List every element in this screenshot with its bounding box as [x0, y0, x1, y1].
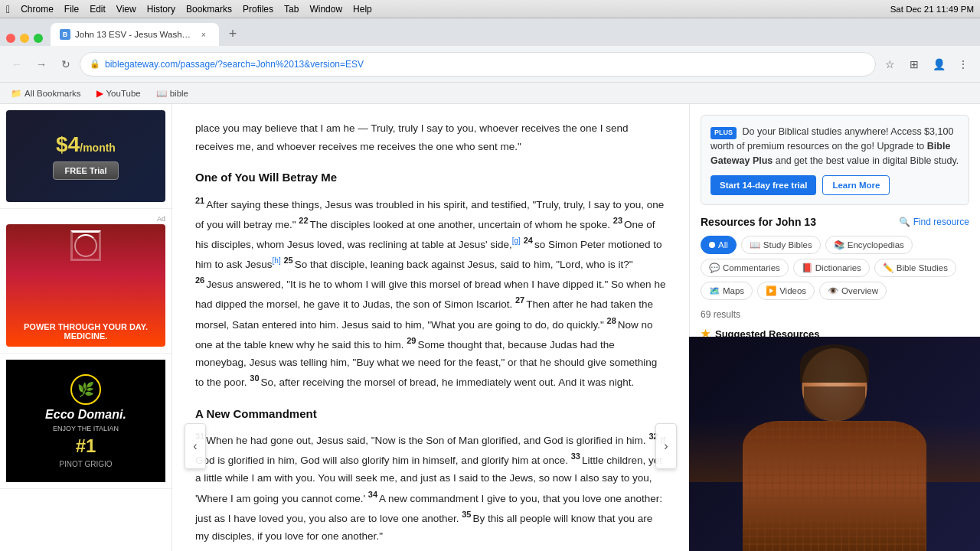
- bookmark-youtube[interactable]: ▶ YouTube: [92, 86, 145, 100]
- resources-title: Resources for John 13: [701, 216, 816, 228]
- bookmark-youtube-label: YouTube: [106, 89, 141, 98]
- menu-chrome[interactable]: Chrome: [21, 4, 54, 15]
- ecco-number: #1: [76, 435, 96, 457]
- tag-encyclopedias-icon: 📚: [834, 240, 844, 250]
- menu-bookmarks[interactable]: Bookmarks: [186, 4, 232, 15]
- chrome-bookmarkbar: 📁 All Bookmarks ▶ YouTube 📖 bible: [0, 83, 980, 104]
- ecco-logo-circle: 🌿: [70, 374, 101, 405]
- tag-maps-icon: 🗺️: [709, 285, 720, 296]
- menu-window[interactable]: Window: [309, 4, 342, 15]
- menu-help[interactable]: Help: [353, 4, 372, 15]
- tag-bible-studies[interactable]: ✏️ Bible Studies: [874, 259, 956, 277]
- bookmark-bible-label: bible: [170, 89, 188, 98]
- extension-button[interactable]: ⊞: [903, 54, 925, 75]
- tag-videos-icon: ▶️: [766, 285, 776, 296]
- tag-commentaries-icon: 💬: [709, 262, 720, 273]
- tag-maps-label: Maps: [723, 286, 744, 295]
- menu-history[interactable]: History: [147, 4, 175, 15]
- tag-bible-studies-label: Bible Studies: [897, 263, 948, 272]
- youtube-favicon: ▶: [96, 88, 103, 99]
- address-bar[interactable]: 🔒 biblegateway.com/passage/?search=John%…: [80, 52, 876, 77]
- tag-all-dot: [709, 242, 715, 248]
- bookmark-bible[interactable]: 📖 bible: [152, 86, 193, 100]
- menu-profiles[interactable]: Profiles: [243, 4, 273, 15]
- find-resource-button[interactable]: 🔍 Find resource: [899, 217, 969, 227]
- next-chapter-arrow[interactable]: ›: [655, 423, 677, 469]
- tag-commentaries-label: Commentaries: [723, 263, 780, 272]
- article-area: ‹ place you may believe that I am he — T…: [172, 104, 689, 551]
- plus-badge: PLUS: [710, 127, 737, 139]
- partial-verse-top: place you may believe that I am he — Tru…: [195, 119, 666, 155]
- bookmarks-folder-icon: 📁: [11, 88, 21, 99]
- address-text: biblegateway.com/passage/?search=John%20…: [105, 59, 866, 70]
- trial-button[interactable]: Start 14-day free trial: [710, 175, 816, 195]
- tag-overview[interactable]: 👁️ Overview: [819, 282, 887, 300]
- tag-study-bibles-label: Study Bibles: [763, 240, 812, 249]
- tag-commentaries[interactable]: 💬 Commentaries: [701, 259, 789, 277]
- search-icon: 🔍: [899, 217, 910, 227]
- tag-dictionaries-icon: 📕: [802, 262, 812, 273]
- ecco-wine: PINOT GRIGIO: [59, 460, 112, 468]
- ecco-brand: Ecco Domani.: [45, 408, 126, 422]
- menu-edit[interactable]: Edit: [90, 4, 106, 15]
- tag-encyclopedias[interactable]: 📚 Encyclopedias: [825, 236, 913, 254]
- tag-overview-icon: 👁️: [828, 285, 838, 296]
- chrome-tabbar: B John 13 ESV - Jesus Washes... × +: [0, 18, 980, 46]
- tag-all[interactable]: All: [701, 236, 737, 254]
- macos-menubar:  Chrome File Edit View History Bookmark…: [0, 0, 980, 18]
- tag-study-bibles-icon: 📖: [750, 240, 760, 250]
- tag-maps[interactable]: 🗺️ Maps: [701, 282, 753, 300]
- ecco-tagline: ENJOY THE ITALIAN: [53, 425, 119, 432]
- section-betray-heading: One of You Will Betray Me: [195, 168, 666, 187]
- tag-bible-studies-icon: ✏️: [883, 262, 893, 273]
- tag-overview-label: Overview: [841, 286, 878, 295]
- menu-time: Sat Dec 21 11:49 PM: [890, 5, 974, 14]
- left-sidebar: $4/month FREE Trial Ad POWER THROUGH YOU…: [0, 104, 172, 551]
- more-button[interactable]: ⋮: [952, 54, 974, 75]
- apple-menu[interactable]: : [6, 3, 10, 15]
- browser-tab-active[interactable]: B John 13 ESV - Jesus Washes... ×: [51, 23, 219, 46]
- ad-price: $4/month: [56, 132, 116, 157]
- bookmarks-all[interactable]: 📁 All Bookmarks: [6, 86, 86, 100]
- forward-button[interactable]: →: [31, 54, 52, 75]
- video-person: [689, 337, 980, 551]
- free-trial-button[interactable]: FREE Trial: [53, 161, 118, 180]
- tab-favicon: B: [60, 29, 70, 40]
- promo-text: Do your Biblical studies anywhere! Acces…: [710, 126, 959, 166]
- verses-betray: 21After saying these things, Jesus was t…: [195, 194, 666, 392]
- menu-file[interactable]: File: [64, 4, 79, 15]
- learn-more-button[interactable]: Learn More: [822, 175, 890, 195]
- find-resource-label: Find resource: [913, 217, 969, 227]
- tag-dictionaries[interactable]: 📕 Dictionaries: [793, 259, 870, 277]
- back-button[interactable]: ←: [6, 54, 28, 75]
- chrome-navbar: ← → ↻ 🔒 biblegateway.com/passage/?search…: [0, 46, 980, 83]
- results-count: 69 results: [701, 309, 969, 320]
- resources-header: Resources for John 13 🔍 Find resource: [701, 216, 969, 228]
- prev-chapter-arrow[interactable]: ‹: [185, 423, 206, 469]
- ad-label: Ad: [6, 215, 165, 223]
- ad-medicine-text: POWER THROUGH YOUR DAY. MEDICINE.: [12, 322, 159, 341]
- new-tab-button[interactable]: +: [222, 23, 243, 44]
- bookmark-star-button[interactable]: ☆: [879, 54, 900, 75]
- refresh-button[interactable]: ↻: [55, 54, 77, 75]
- promo-box: PLUS Do your Biblical studies anywhere! …: [701, 115, 969, 205]
- tab-close-button[interactable]: ×: [198, 28, 210, 41]
- ad-bgplus: $4/month FREE Trial: [0, 104, 172, 209]
- menu-tab[interactable]: Tab: [284, 4, 299, 15]
- traffic-light-fullscreen[interactable]: [34, 34, 43, 43]
- tag-encyclopedias-label: Encyclopedias: [848, 240, 904, 249]
- ad-ecco: 🌿 Ecco Domani. ENJOY THE ITALIAN #1 PINO…: [0, 354, 172, 489]
- profile-button[interactable]: 👤: [928, 54, 949, 75]
- section-commandment-heading: A New Commandment: [195, 404, 666, 424]
- menu-view[interactable]: View: [116, 4, 136, 15]
- traffic-light-minimize[interactable]: [20, 34, 29, 43]
- tag-videos[interactable]: ▶️ Videos: [757, 282, 815, 300]
- bookmarks-all-label: All Bookmarks: [24, 89, 81, 98]
- ad-medicine: Ad POWER THROUGH YOUR DAY. MEDICINE.: [0, 209, 172, 354]
- tag-dictionaries-label: Dictionaries: [815, 263, 861, 272]
- traffic-light-close[interactable]: [6, 34, 15, 43]
- bible-favicon: 📖: [156, 88, 167, 99]
- tag-all-label: All: [718, 240, 728, 249]
- verses-commandment: 31When he had gone out, Jesus said, "Now…: [195, 429, 666, 546]
- tag-study-bibles[interactable]: 📖 Study Bibles: [741, 236, 821, 254]
